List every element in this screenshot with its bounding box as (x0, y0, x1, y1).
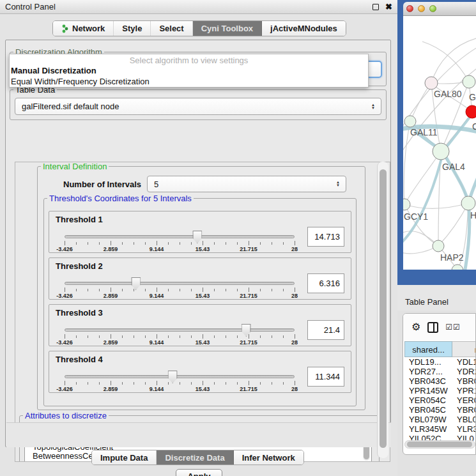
panel-title: Control Panel (5, 2, 56, 12)
table-row[interactable]: YER054CYER0 (404, 395, 476, 405)
float-window-icon[interactable] (372, 4, 379, 10)
tab-style[interactable]: Style (114, 21, 151, 36)
network-node-hap2[interactable] (433, 240, 444, 252)
apply-button-label: Apply (187, 472, 210, 476)
tick-label: 21.715 (240, 339, 257, 346)
dropdown-option-manual[interactable]: Manual Discretization (10, 65, 368, 76)
network-node-h[interactable] (461, 196, 475, 210)
table-hscroll-thumb[interactable] (407, 441, 472, 447)
network-node-c[interactable] (466, 105, 476, 118)
close-icon[interactable]: ✖ (385, 4, 392, 10)
column-header-shared-name[interactable]: shared... (404, 341, 452, 357)
main-scrollbar[interactable] (377, 162, 388, 458)
cell-name: YDL1 (452, 357, 476, 367)
cell-name: YBR0 (452, 405, 476, 415)
tab-impute-data[interactable]: Impute Data (92, 450, 157, 464)
network-edge[interactable] (441, 151, 468, 203)
cell-shared-name: YDR27... (404, 367, 452, 376)
table-row[interactable]: YBL079WYBL0 (404, 415, 476, 424)
threshold-slider[interactable]: -3.4262.8599.14415.4321.71528 (65, 371, 295, 392)
table-row[interactable]: YDL19...YDL1 (404, 357, 476, 367)
slider-track[interactable] (65, 328, 295, 332)
table-panel-box: ⚙ ☑☑ shared... na YDL19...YDL1YDR27...YD… (403, 313, 476, 455)
tab-infer-network[interactable]: Infer Network (234, 450, 303, 464)
main-scrollbar-thumb[interactable] (380, 169, 387, 448)
close-traffic-light-icon[interactable] (406, 5, 413, 12)
network-node-gal4[interactable] (433, 143, 449, 160)
interval-definition-label: Interval Definition (41, 162, 109, 171)
settings-scroll-region: Interval Definition Number of Intervals … (15, 162, 390, 462)
number-of-intervals-spinner[interactable]: 5 ▲▼ (147, 176, 346, 192)
tab-label: Style (122, 24, 142, 33)
node-label: H (470, 210, 476, 220)
threshold-slider[interactable]: -3.4262.8599.14415.4321.71528 (65, 231, 295, 252)
tab-discretize-data[interactable]: Discretize Data (157, 450, 233, 464)
threshold-slider[interactable]: -3.4262.8599.14415.4321.71528 (65, 324, 295, 346)
node-table[interactable]: shared... na YDL19...YDL1YDR27...YDR2YBR… (404, 341, 476, 443)
network-node-gal11[interactable] (404, 116, 416, 127)
threshold-slider[interactable]: -3.4262.8599.14415.4321.71528 (65, 277, 295, 299)
table-row[interactable]: YDR27...YDR2 (404, 367, 476, 376)
tab-label: Discretize Data (165, 453, 224, 463)
network-node-gcy1[interactable] (403, 199, 410, 210)
threshold-box-4: Threshold 4-3.4262.8599.14415.4321.71528 (49, 351, 351, 393)
apply-button[interactable]: Apply (176, 469, 222, 476)
slider-track[interactable] (65, 375, 295, 378)
tick-label: -3.426 (56, 386, 73, 392)
threshold-value-input[interactable] (307, 227, 344, 247)
table-row[interactable]: YPR145WYPR1 (404, 386, 476, 395)
table-horizontal-scrollbar[interactable] (404, 440, 475, 449)
tick-label: 21.715 (240, 246, 257, 252)
network-edge-highlighted[interactable] (443, 153, 468, 203)
tick-label: 15.43 (196, 246, 210, 252)
network-edge[interactable] (422, 42, 469, 82)
network-node[interactable] (452, 265, 463, 270)
tab-cyni-toolbox[interactable]: Cyni Toolbox (193, 21, 262, 36)
tick-label: -3.426 (56, 293, 73, 299)
network-edge[interactable] (404, 203, 468, 208)
slider-track[interactable] (65, 235, 295, 238)
table-row[interactable]: YLR345WYLR3 (404, 424, 476, 434)
spinner-arrows-icon: ▲▼ (336, 181, 340, 187)
node-label: G. (469, 92, 476, 102)
dropdown-option-equal-width[interactable]: Equal Width/Frequency Discretization (10, 76, 368, 87)
minimize-traffic-light-icon[interactable] (418, 5, 425, 12)
node-label: GAL80 (434, 89, 462, 99)
tick-label: 21.715 (240, 293, 257, 299)
tick-label: 15.43 (196, 339, 210, 346)
threshold-value-input[interactable] (307, 320, 344, 340)
network-edge[interactable] (404, 204, 438, 246)
tab-label: jActiveMNodules (270, 24, 337, 33)
threshold-value-input[interactable] (307, 273, 344, 293)
gear-icon[interactable]: ⚙ (411, 322, 420, 332)
tick-label: 9.144 (150, 246, 164, 252)
network-node-gal80[interactable] (425, 77, 438, 89)
tab-network[interactable]: Network (53, 21, 114, 36)
network-edge[interactable] (438, 203, 468, 246)
threshold-value-input[interactable] (307, 367, 344, 387)
split-columns-icon[interactable] (427, 322, 438, 333)
table-row[interactable]: YBR045CYBR0 (404, 405, 476, 415)
tab-jactivemnodules[interactable]: jActiveMNodules (262, 21, 346, 36)
table-data-combobox[interactable]: galFiltered.sif default node ▲▼ (15, 98, 381, 115)
table-data-value: galFiltered.sif default node (22, 102, 119, 111)
tab-select[interactable]: Select (151, 21, 192, 36)
network-window-titlebar (403, 2, 476, 16)
cell-shared-name: YBR043C (404, 376, 452, 386)
checkbox-icons[interactable]: ☑☑ (445, 323, 461, 332)
network-edge[interactable] (404, 121, 410, 204)
slider-track[interactable] (65, 282, 295, 285)
network-node-g[interactable] (463, 75, 475, 88)
cell-name: YDR2 (452, 367, 476, 376)
node-label: GAL11 (410, 127, 438, 137)
attributes-group-label: Attributes to discretize (23, 411, 109, 420)
zoom-traffic-light-icon[interactable] (429, 5, 436, 12)
tick-label: 15.43 (196, 293, 210, 299)
thresholds-group-label: Threshold's Coordinates for 5 Intervals (47, 194, 194, 203)
table-row[interactable]: YBR043CYBR0 (404, 376, 476, 386)
table-panel-titlebar: Table Panel (397, 285, 476, 311)
tab-label: Network (72, 24, 105, 33)
column-header-name[interactable]: na (452, 341, 476, 357)
network-view-canvas[interactable]: GAL80G.CGAL11GAL4GCY1HHAP2 (403, 16, 476, 270)
network-edge-highlighted[interactable] (403, 153, 443, 243)
